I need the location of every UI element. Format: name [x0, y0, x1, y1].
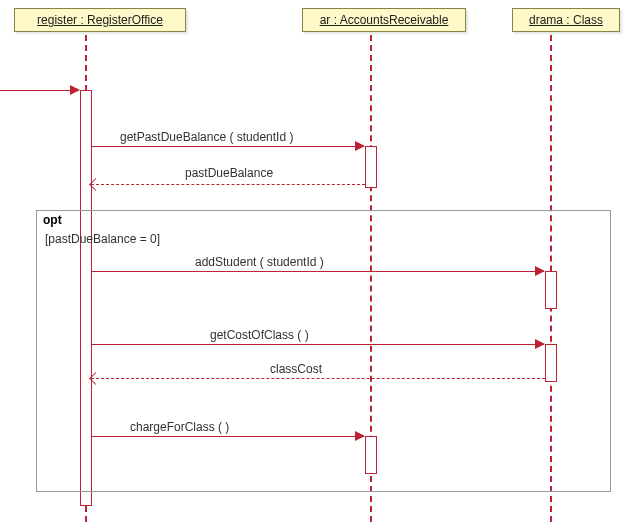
msg-getPastDueBalance [91, 146, 364, 147]
external-call [0, 90, 79, 91]
msg-addStudent-arrow [535, 266, 545, 276]
participant-ar-label: ar : AccountsReceivable [320, 13, 449, 27]
participant-drama: drama : Class [512, 8, 620, 32]
ret-pastDueBalance [91, 184, 365, 185]
participant-register: register : RegisterOffice [14, 8, 186, 32]
activation-ar-2 [365, 436, 377, 474]
msg-getCostOfClass [91, 344, 544, 345]
ret-pastDueBalance-label: pastDueBalance [185, 166, 273, 180]
activation-ar-1 [365, 146, 377, 188]
activation-drama-2 [545, 344, 557, 382]
frame-opt-operator: opt [36, 210, 76, 229]
external-call-arrow [70, 85, 80, 95]
frame-opt-guard: [pastDueBalance = 0] [45, 232, 160, 246]
sequence-diagram: { "participants": { "register": {"label"… [0, 0, 626, 527]
msg-addStudent [91, 271, 544, 272]
participant-register-label: register : RegisterOffice [37, 13, 163, 27]
ret-classCost [91, 378, 545, 379]
msg-getPastDueBalance-arrow [355, 141, 365, 151]
msg-chargeForClass-label: chargeForClass ( ) [130, 420, 229, 434]
msg-getCostOfClass-label: getCostOfClass ( ) [210, 328, 309, 342]
ret-classCost-label: classCost [270, 362, 322, 376]
msg-chargeForClass-arrow [355, 431, 365, 441]
msg-getPastDueBalance-label: getPastDueBalance ( studentId ) [120, 130, 293, 144]
msg-getCostOfClass-arrow [535, 339, 545, 349]
activation-drama-1 [545, 271, 557, 309]
participant-drama-label: drama : Class [529, 13, 603, 27]
participant-ar: ar : AccountsReceivable [302, 8, 466, 32]
msg-chargeForClass [91, 436, 364, 437]
frame-opt: opt [36, 210, 611, 492]
msg-addStudent-label: addStudent ( studentId ) [195, 255, 324, 269]
